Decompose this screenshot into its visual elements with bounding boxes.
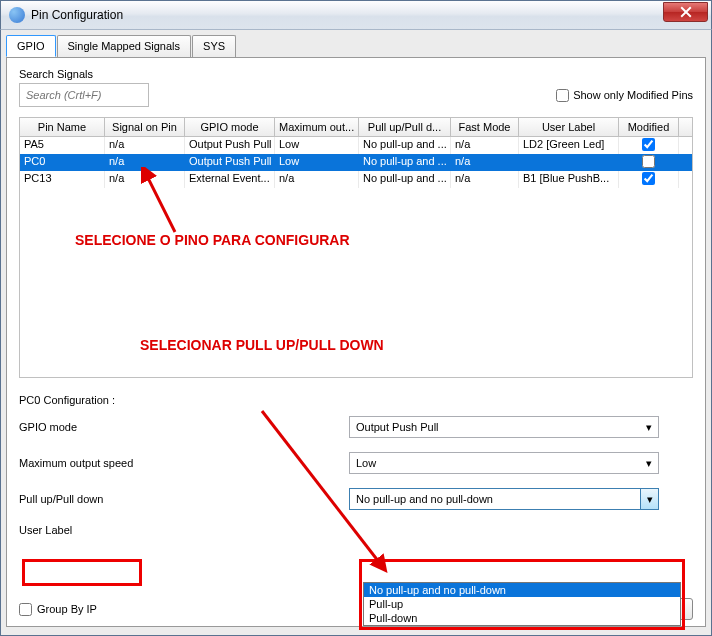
table-row[interactable]: PA5 n/a Output Push Pull Low No pull-up … [20, 137, 692, 154]
cell-pull: No pull-up and ... [359, 171, 451, 188]
col-pin-name[interactable]: Pin Name [20, 118, 105, 136]
cell-max: Low [275, 137, 359, 154]
col-fast[interactable]: Fast Mode [451, 118, 519, 136]
highlight-box [22, 559, 142, 586]
table-header: Pin Name Signal on Pin GPIO mode Maximum… [20, 118, 692, 137]
cell-label [519, 154, 619, 171]
annotation-select-pull: SELECIONAR PULL UP/PULL DOWN [140, 337, 384, 353]
col-user-label[interactable]: User Label [519, 118, 619, 136]
cell-mode: Output Push Pull [185, 154, 275, 171]
pull-dropdown-list[interactable]: No pull-up and no pull-down Pull-up Pull… [363, 582, 681, 626]
show-only-modified[interactable]: Show only Modified Pins [556, 89, 693, 102]
chevron-down-icon: ▾ [640, 453, 658, 473]
group-by-ip[interactable]: Group By IP [19, 603, 97, 616]
title-bar: Pin Configuration [0, 0, 712, 30]
annotation-select-pin: SELECIONE O PINO PARA CONFIGURAR [75, 232, 350, 248]
col-gpio-mode[interactable]: GPIO mode [185, 118, 275, 136]
cell-pin: PC0 [20, 154, 105, 171]
search-input[interactable] [19, 83, 149, 107]
app-icon [9, 7, 25, 23]
chevron-down-icon: ▾ [640, 489, 658, 509]
show-only-label: Show only Modified Pins [573, 89, 693, 101]
window-title: Pin Configuration [31, 8, 123, 22]
cell-label: LD2 [Green Led] [519, 137, 619, 154]
col-pull[interactable]: Pull up/Pull d... [359, 118, 451, 136]
cell-mode: External Event... [185, 171, 275, 188]
svg-line-0 [145, 172, 175, 232]
close-icon [680, 6, 692, 18]
dialog-body: GPIO Single Mapped Signals SYS Search Si… [0, 30, 712, 636]
cell-fast: n/a [451, 171, 519, 188]
show-only-checkbox[interactable] [556, 89, 569, 102]
pin-table: Pin Name Signal on Pin GPIO mode Maximum… [19, 117, 693, 378]
tab-bar: GPIO Single Mapped Signals SYS [1, 30, 711, 57]
chevron-down-icon: ▾ [640, 417, 658, 437]
cell-mode: Output Push Pull [185, 137, 275, 154]
modified-checkbox[interactable] [642, 138, 655, 151]
group-by-ip-label: Group By IP [37, 603, 97, 615]
col-modified[interactable]: Modified [619, 118, 679, 136]
cell-pin: PC13 [20, 171, 105, 188]
dropdown-option[interactable]: Pull-up [364, 597, 680, 611]
arrow-icon [135, 167, 195, 237]
table-row[interactable]: PC13 n/a External Event... n/a No pull-u… [20, 171, 692, 188]
cell-label: B1 [Blue PushB... [519, 171, 619, 188]
col-signal[interactable]: Signal on Pin [105, 118, 185, 136]
cell-pull: No pull-up and ... [359, 154, 451, 171]
close-button[interactable] [663, 2, 708, 22]
tab-single-mapped[interactable]: Single Mapped Signals [57, 35, 192, 57]
cell-max: n/a [275, 171, 359, 188]
tab-panel: Search Signals Show only Modified Pins P… [6, 57, 706, 627]
cell-mod [619, 171, 679, 188]
cell-max: Low [275, 154, 359, 171]
table-row[interactable]: PC0 n/a Output Push Pull Low No pull-up … [20, 154, 692, 171]
group-by-ip-checkbox[interactable] [19, 603, 32, 616]
col-max-out[interactable]: Maximum out... [275, 118, 359, 136]
arrow-icon [252, 406, 422, 576]
search-label: Search Signals [19, 68, 693, 80]
modified-checkbox[interactable] [642, 155, 655, 168]
cell-mod [619, 154, 679, 171]
table-body: PA5 n/a Output Push Pull Low No pull-up … [20, 137, 692, 377]
cell-pull: No pull-up and ... [359, 137, 451, 154]
dropdown-option[interactable]: Pull-down [364, 611, 680, 625]
cell-fast: n/a [451, 154, 519, 171]
cell-pin: PA5 [20, 137, 105, 154]
dropdown-option[interactable]: No pull-up and no pull-down [364, 583, 680, 597]
config-title: PC0 Configuration : [19, 394, 693, 406]
cell-mod [619, 137, 679, 154]
search-row: Show only Modified Pins [19, 83, 693, 107]
modified-checkbox[interactable] [642, 172, 655, 185]
tab-gpio[interactable]: GPIO [6, 35, 56, 57]
cell-sig: n/a [105, 137, 185, 154]
svg-line-1 [262, 411, 382, 566]
cell-fast: n/a [451, 137, 519, 154]
tab-sys[interactable]: SYS [192, 35, 236, 57]
